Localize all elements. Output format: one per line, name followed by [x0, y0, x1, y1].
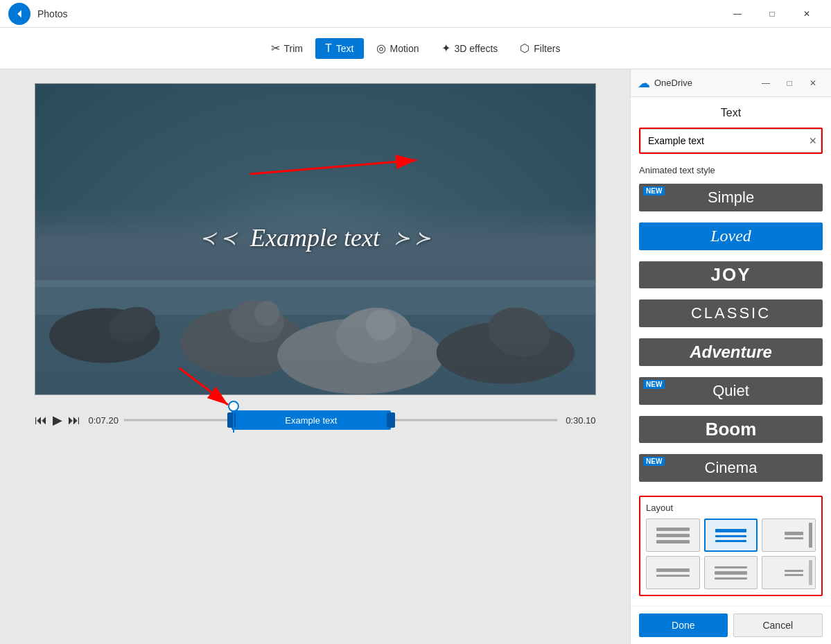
next-frame-button[interactable]: ⏭ [68, 413, 80, 428]
close-button[interactable]: ✕ [791, 3, 823, 25]
total-time: 0:30.10 [566, 415, 595, 426]
layout-grid [646, 519, 816, 589]
style-joy[interactable]: JOY [639, 261, 823, 289]
text-button[interactable]: T Text [315, 38, 363, 59]
timeline-controls: ⏮ ▶ ⏭ 0:07.20 Example text [35, 406, 596, 434]
motion-button[interactable]: ◎ Motion [367, 37, 429, 59]
text-panel: Text ✕ Animated text style NEW Simple Lo… [631, 97, 831, 606]
right-panel: ☁ OneDrive — □ ✕ Text ✕ Animated text st… [630, 69, 831, 644]
onedrive-title: OneDrive [654, 78, 751, 88]
svg-point-10 [365, 311, 396, 341]
cancel-button[interactable]: Cancel [733, 613, 823, 637]
editor-area: ≺ ≺ Example text ≻ ≻ ⏮ ▶ ⏭ 0:07.20 [0, 69, 630, 644]
title-bar: Photos — □ ✕ [0, 0, 831, 28]
layout-item-2[interactable] [704, 519, 758, 552]
seals-svg [35, 177, 595, 394]
timeline-arrow [166, 365, 249, 413]
main-area: ≺ ≺ Example text ≻ ≻ ⏮ ▶ ⏭ 0:07.20 [0, 69, 831, 644]
onedrive-maximize[interactable]: □ [778, 73, 801, 93]
style-simple-label: Simple [708, 189, 754, 207]
toolbar: ✂ Trim T Text ◎ Motion ✦ 3D effects ⬡ Fi… [0, 28, 831, 69]
text-label: Text [336, 43, 354, 54]
3deffects-icon: ✦ [441, 42, 451, 55]
svg-line-17 [180, 368, 228, 405]
onedrive-minimize[interactable]: — [755, 73, 777, 93]
onedrive-close[interactable]: ✕ [802, 73, 824, 93]
style-cinema[interactable]: NEW Cinema [639, 454, 823, 482]
style-boom[interactable]: Boom [639, 416, 823, 444]
back-button[interactable] [8, 3, 30, 25]
svg-rect-13 [35, 281, 595, 288]
style-classic-label: CLASSIC [691, 304, 771, 322]
layout-item-1[interactable] [646, 519, 700, 552]
onedrive-bar: ☁ OneDrive — □ ✕ [631, 69, 831, 97]
3deffects-label: 3D effects [455, 43, 498, 54]
filters-button[interactable]: ⬡ Filters [510, 37, 570, 59]
layout-label: Layout [646, 503, 816, 513]
prev-frame-button[interactable]: ⏮ [35, 413, 47, 428]
svg-point-7 [254, 302, 279, 327]
style-loved-label: Loved [710, 227, 751, 245]
overlay-text: Example text [250, 223, 380, 252]
filters-icon: ⬡ [520, 42, 530, 55]
layout-item-6[interactable] [762, 556, 816, 589]
playhead-line [233, 412, 234, 433]
minimize-button[interactable]: — [721, 3, 753, 25]
video-text-overlay: ≺ ≺ Example text ≻ ≻ [200, 223, 430, 252]
style-simple[interactable]: NEW Simple [639, 184, 823, 211]
done-button[interactable]: Done [639, 613, 728, 637]
play-button[interactable]: ▶ [53, 412, 62, 428]
text-input-field[interactable] [640, 129, 821, 153]
layout-item-5[interactable] [704, 556, 758, 589]
onedrive-window-controls: — □ ✕ [755, 73, 824, 93]
style-joy-label: JOY [710, 264, 751, 286]
current-time: 0:07.20 [89, 415, 119, 426]
layout-section: Layout [639, 496, 823, 596]
new-badge-cinema: NEW [643, 457, 665, 466]
style-adventure[interactable]: Adventure [639, 338, 823, 366]
app-title: Photos [37, 8, 68, 19]
text-icon: T [325, 42, 332, 55]
segment-label: Example text [285, 415, 337, 426]
style-classic[interactable]: CLASSIC [639, 299, 823, 327]
style-boom-label: Boom [706, 419, 757, 440]
trim-button[interactable]: ✂ Trim [261, 37, 313, 59]
new-badge-simple: NEW [643, 186, 665, 195]
style-cinema-label: Cinema [705, 459, 758, 477]
animated-style-label: Animated text style [639, 165, 823, 175]
trim-label: Trim [284, 43, 303, 54]
timeline-segment[interactable]: Example text [231, 410, 391, 430]
deco-right: ≻ ≻ [394, 226, 430, 249]
window-controls: — □ ✕ [721, 3, 823, 25]
3deffects-button[interactable]: ✦ 3D effects [432, 37, 508, 59]
trim-icon: ✂ [271, 42, 280, 55]
video-canvas: ≺ ≺ Example text ≻ ≻ [35, 83, 596, 395]
timeline-area: ⏮ ▶ ⏭ 0:07.20 Example text [35, 406, 596, 440]
style-loved[interactable]: Loved [639, 223, 823, 250]
text-input-wrapper: ✕ [639, 128, 823, 154]
filters-label: Filters [534, 43, 560, 54]
motion-icon: ◎ [376, 42, 386, 55]
style-quiet-label: Quiet [712, 382, 749, 400]
layout-item-4[interactable] [646, 556, 700, 589]
deco-left: ≺ ≺ [200, 226, 236, 249]
new-badge-quiet: NEW [643, 380, 665, 389]
maximize-button[interactable]: □ [756, 3, 788, 25]
panel-actions: Done Cancel [631, 606, 831, 644]
layout-item-3[interactable] [762, 519, 816, 552]
style-quiet[interactable]: NEW Quiet [639, 377, 823, 405]
motion-label: Motion [390, 43, 419, 54]
segment-handle-right[interactable] [387, 412, 395, 428]
onedrive-icon: ☁ [638, 76, 650, 91]
panel-title: Text [639, 107, 823, 119]
text-input-clear-button[interactable]: ✕ [809, 135, 817, 146]
style-adventure-label: Adventure [690, 342, 772, 362]
svg-marker-0 [17, 10, 21, 17]
